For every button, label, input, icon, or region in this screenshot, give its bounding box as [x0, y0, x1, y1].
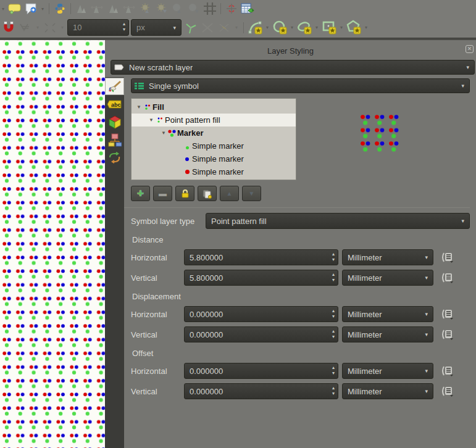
offset-vertical-label: Vertical: [131, 387, 184, 396]
displacement-horizontal-row: Horizontal 0.000000 ▴▾ Millimeter ▾: [131, 306, 470, 322]
ellipse-dropdown-icon[interactable]: ▾: [314, 25, 320, 30]
fill-symbol-icon: [143, 104, 152, 111]
rectangle-dropdown-icon[interactable]: ▾: [338, 25, 344, 30]
unit-value: Millimeter: [343, 330, 382, 339]
increase-brightness-icon[interactable]: [138, 1, 153, 16]
decrease-brightness-icon[interactable]: [154, 1, 169, 16]
distance-vertical-input[interactable]: 5.800000 ▴▾: [184, 270, 338, 286]
polygon-dropdown-icon[interactable]: ▾: [363, 25, 369, 30]
tab-symbology[interactable]: [105, 78, 124, 95]
offset-vertical-unit-select[interactable]: Millimeter ▾: [342, 383, 433, 399]
digitize-rectangle-icon[interactable]: [322, 20, 336, 35]
distance-vertical-unit-select[interactable]: Millimeter ▾: [342, 270, 433, 286]
paintbrush-icon: [108, 80, 122, 93]
digitize-circle-icon[interactable]: [272, 20, 287, 35]
dropdown-caret-icon: ▾: [173, 25, 181, 31]
show-map-tips-icon[interactable]: [23, 1, 38, 16]
data-defined-override-button[interactable]: [440, 308, 454, 320]
full-cumulative-stretch-icon[interactable]: [122, 1, 137, 16]
tab-history[interactable]: [105, 149, 124, 167]
tree-item-simple-marker-green[interactable]: Simple marker: [132, 139, 296, 152]
expander-icon[interactable]: ▼: [160, 130, 167, 136]
snapping-type-dropdown-icon[interactable]: ▾: [59, 25, 65, 30]
dropdown-caret-icon: ▾: [461, 83, 469, 89]
tracing-icon[interactable]: [183, 20, 198, 35]
data-defined-override-button[interactable]: [440, 365, 454, 377]
self-snapping-icon[interactable]: [217, 20, 232, 35]
duplicate-symbol-layer-button[interactable]: [198, 186, 217, 201]
renderer-select[interactable]: Single symbol ▾: [131, 78, 470, 93]
offset-vertical-input[interactable]: 0.000000 ▴▾: [184, 383, 338, 399]
self-snapping-dropdown-icon[interactable]: ▾: [233, 25, 240, 30]
enable-snapping-icon[interactable]: [1, 20, 16, 35]
displacement-vertical-input[interactable]: 0.000000 ▴▾: [184, 326, 338, 342]
increase-contrast-icon[interactable]: [170, 1, 185, 16]
attribute-table-icon[interactable]: [240, 1, 255, 16]
spinner-arrows-icon[interactable]: ▴▾: [332, 272, 335, 283]
symbology-content: Single symbol ▾ ▼ Fill ▼: [124, 77, 476, 448]
snapping-mode-icon[interactable]: [18, 20, 33, 35]
point-pattern-layer: [0, 40, 105, 448]
distance-horizontal-unit-select[interactable]: Millimeter ▾: [342, 249, 433, 265]
digitize-ellipse-icon[interactable]: [297, 20, 312, 35]
snapping-tolerance-input[interactable]: 10 ▴▾: [67, 19, 129, 36]
offset-horizontal-input[interactable]: 0.000000 ▴▾: [184, 363, 338, 379]
digitize-circular-string-icon[interactable]: [248, 20, 262, 35]
overflow-dropdown-icon[interactable]: ▾: [0, 6, 6, 12]
avoid-intersections-icon[interactable]: [200, 20, 215, 35]
data-defined-override-button[interactable]: [440, 328, 454, 341]
displacement-vertical-unit-select[interactable]: Millimeter ▾: [342, 326, 433, 342]
grid-icon[interactable]: [203, 1, 217, 16]
tree-item-point-pattern-fill[interactable]: ▼ Point pattern fill: [132, 114, 296, 127]
digitize-regular-polygon-icon[interactable]: [346, 20, 361, 35]
move-down-button[interactable]: ▼: [242, 186, 261, 201]
expander-icon[interactable]: ▼: [135, 104, 143, 110]
move-up-button[interactable]: ▲: [220, 186, 239, 201]
center-crosshair-icon[interactable]: [224, 1, 239, 16]
remove-symbol-layer-button[interactable]: ▬: [153, 186, 172, 201]
spinner-arrows-icon[interactable]: ▴▾: [332, 308, 335, 319]
displacement-horizontal-unit-select[interactable]: Millimeter ▾: [342, 306, 433, 322]
close-icon[interactable]: ✕: [466, 45, 474, 53]
tree-item-fill[interactable]: ▼ Fill: [132, 101, 296, 114]
add-symbol-layer-button[interactable]: ✚: [131, 186, 150, 201]
spinner-arrows-icon[interactable]: ▴▾: [332, 328, 335, 339]
snapping-unit-select[interactable]: px ▾: [131, 19, 182, 36]
map-tips-icon[interactable]: [7, 1, 22, 16]
tree-item-simple-marker-red[interactable]: Simple marker: [132, 165, 296, 178]
map-canvas[interactable]: [0, 40, 105, 448]
spinner-arrows-icon[interactable]: ▴▾: [332, 251, 335, 262]
distance-horizontal-label: Horizontal: [131, 253, 184, 262]
local-histogram-stretch-icon[interactable]: [74, 1, 89, 16]
circular-string-dropdown-icon[interactable]: ▾: [264, 25, 270, 30]
layer-select[interactable]: New scratch layer ▾: [111, 60, 475, 75]
tab-labels[interactable]: abc: [105, 96, 124, 113]
spinner-arrows-icon[interactable]: ▴▾: [123, 21, 125, 32]
spinner-arrows-icon[interactable]: ▴▾: [332, 365, 335, 376]
symbol-layer-type-row: Symbol layer type Point pattern fill ▾: [131, 213, 470, 229]
local-cumulative-stretch-icon[interactable]: [106, 1, 121, 16]
tab-diagrams[interactable]: [105, 131, 124, 149]
distance-horizontal-input[interactable]: 5.800000 ▴▾: [184, 249, 338, 265]
decrease-contrast-icon[interactable]: [186, 1, 201, 16]
snapping-mode-dropdown-icon[interactable]: ▾: [35, 25, 41, 30]
map-tips-dropdown-icon[interactable]: ▾: [40, 6, 46, 12]
lock-color-button[interactable]: [175, 186, 194, 201]
displacement-vertical-label: Vertical: [131, 330, 184, 339]
circle-dropdown-icon[interactable]: ▾: [289, 25, 295, 30]
data-defined-override-button[interactable]: [440, 272, 454, 284]
data-defined-override-button[interactable]: [440, 385, 454, 397]
full-histogram-stretch-icon[interactable]: [90, 1, 105, 16]
tab-3d-view[interactable]: [105, 114, 124, 131]
offset-horizontal-unit-select[interactable]: Millimeter ▾: [342, 363, 433, 379]
displacement-horizontal-input[interactable]: 0.000000 ▴▾: [184, 306, 338, 322]
displacement-horizontal-value: 0.000000: [185, 310, 223, 319]
python-console-icon[interactable]: [52, 1, 67, 16]
spinner-arrows-icon[interactable]: ▴▾: [332, 385, 335, 396]
tree-item-marker[interactable]: ▼ Marker: [132, 127, 296, 139]
expander-icon[interactable]: ▼: [148, 117, 155, 123]
symbol-layer-type-select[interactable]: Point pattern fill ▾: [206, 213, 470, 229]
snapping-type-icon[interactable]: [43, 20, 57, 35]
tree-item-simple-marker-blue[interactable]: Simple marker: [132, 152, 296, 165]
data-defined-override-button[interactable]: [440, 251, 454, 263]
